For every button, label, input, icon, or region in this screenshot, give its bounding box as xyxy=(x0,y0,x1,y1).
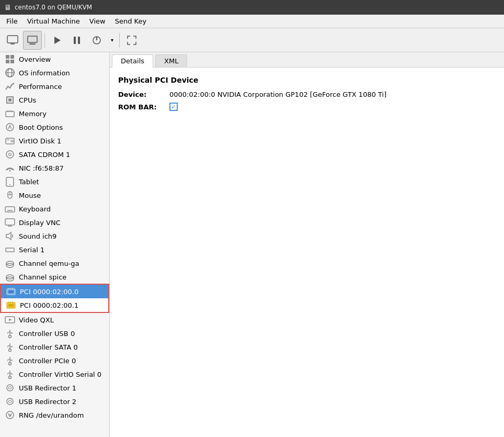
sidebar-item-sata-cdrom-1[interactable]: SATA CDROM 1 xyxy=(0,148,109,161)
sidebar-item-controller-pcie-label: Controller PCIe 0 xyxy=(19,357,76,365)
mouse-icon xyxy=(4,189,16,201)
sidebar-item-cpus-label: CPUs xyxy=(19,96,36,104)
pci-1-icon xyxy=(5,299,17,311)
sidebar-item-sound-ich9[interactable]: Sound ich9 xyxy=(0,229,109,243)
cpu-icon xyxy=(4,94,16,106)
display-button[interactable] xyxy=(23,31,42,50)
svg-marker-46 xyxy=(6,232,11,240)
svg-rect-7 xyxy=(78,37,80,44)
power-button[interactable] xyxy=(87,31,106,50)
sidebar-item-usb-2-label: USB Redirector 2 xyxy=(19,398,76,406)
sidebar-item-boot-options[interactable]: Boot Options xyxy=(0,120,109,134)
sidebar-item-controller-virtio-serial-0[interactable]: Controller VirtIO Serial 0 xyxy=(0,367,109,381)
sidebar-item-memory[interactable]: Memory xyxy=(0,107,109,120)
svg-point-32 xyxy=(9,184,10,185)
sidebar-item-cpus[interactable]: CPUs xyxy=(0,93,109,107)
pci-0-icon xyxy=(5,286,17,297)
main-container: Overview OS information Performance CPUs xyxy=(0,52,504,437)
sidebar-item-rng-label: RNG /dev/urandom xyxy=(19,411,84,419)
toolbar-sep-2 xyxy=(119,33,120,48)
sidebar-item-controller-usb-label: Controller USB 0 xyxy=(19,330,75,338)
title-bar: 🖥 centos7.0 on QEMU/KVM xyxy=(0,0,504,15)
power-icon xyxy=(91,35,102,46)
sidebar-item-pci-0000-02-00-1[interactable]: PCI 0000:02:00.1 xyxy=(1,298,108,312)
sidebar-item-mouse[interactable]: Mouse xyxy=(0,188,109,202)
section-title: Physical PCI Device xyxy=(118,76,496,84)
sidebar-item-overview[interactable]: Overview xyxy=(0,52,109,66)
rombar-checkbox[interactable]: ✓ xyxy=(169,103,178,111)
svg-rect-60 xyxy=(8,290,14,293)
menu-virtual-machine[interactable]: Virtual Machine xyxy=(23,16,84,27)
svg-rect-0 xyxy=(7,36,18,43)
sidebar-item-usb-redirector-1[interactable]: USB Redirector 1 xyxy=(0,381,109,395)
svg-rect-6 xyxy=(74,37,76,44)
sidebar-item-nic[interactable]: NIC :f6:58:87 xyxy=(0,161,109,175)
menu-bar: File Virtual Machine View Send Key xyxy=(0,15,504,28)
sidebar-item-boot-label: Boot Options xyxy=(19,124,63,131)
svg-rect-3 xyxy=(28,36,37,42)
sidebar-item-controller-pcie-0[interactable]: Controller PCIe 0 xyxy=(0,354,109,367)
sidebar-item-tablet[interactable]: Tablet xyxy=(0,175,109,188)
nic-icon xyxy=(4,162,16,174)
sidebar-item-video-qxl[interactable]: Video QXL xyxy=(0,313,109,327)
serial-icon xyxy=(4,244,16,255)
monitor-button[interactable] xyxy=(3,31,22,50)
svg-point-96 xyxy=(7,398,13,405)
sidebar-item-rng[interactable]: RNG /dev/urandom xyxy=(0,408,109,422)
menu-send-key[interactable]: Send Key xyxy=(111,16,151,27)
svg-point-82 xyxy=(9,349,12,352)
usb-redirector-1-icon xyxy=(4,382,16,394)
svg-rect-11 xyxy=(10,55,14,59)
sidebar-item-pci-0000-02-00-0[interactable]: PCI 0000:02:00.0 xyxy=(1,285,108,298)
channel-qemu-icon xyxy=(4,257,16,269)
sidebar-item-serial-1[interactable]: Serial 1 xyxy=(0,243,109,256)
svg-rect-47 xyxy=(6,248,14,252)
title-label: centos7.0 on QEMU/KVM xyxy=(15,4,92,11)
sidebar-item-performance[interactable]: Performance xyxy=(0,80,109,93)
sidebar-item-usb-redirector-2[interactable]: USB Redirector 2 xyxy=(0,395,109,408)
channel-spice-icon xyxy=(4,271,16,283)
sidebar-item-pci-0-label: PCI 0000:02:00.0 xyxy=(20,288,78,296)
sidebar-item-controller-sata-0[interactable]: Controller SATA 0 xyxy=(0,340,109,354)
fullscreen-button[interactable] xyxy=(122,31,141,50)
sidebar-item-os-label: OS information xyxy=(19,69,70,77)
video-qxl-icon xyxy=(4,314,16,326)
sidebar-item-mouse-label: Mouse xyxy=(19,192,41,199)
sidebar-item-channel-qemu-ga[interactable]: Channel qemu-ga xyxy=(0,256,109,270)
memory-icon xyxy=(4,108,16,119)
tab-xml[interactable]: XML xyxy=(155,54,187,67)
os-icon xyxy=(4,67,16,79)
svg-rect-13 xyxy=(10,60,14,63)
svg-point-76 xyxy=(9,335,12,338)
sidebar-item-os-information[interactable]: OS information xyxy=(0,66,109,80)
rombar-label: ROM BAR: xyxy=(118,103,165,111)
svg-point-88 xyxy=(9,363,12,365)
svg-rect-19 xyxy=(6,111,14,117)
sound-icon xyxy=(4,230,16,242)
svg-rect-36 xyxy=(5,207,15,212)
sidebar-item-display-vnc[interactable]: Display VNC xyxy=(0,216,109,229)
svg-point-95 xyxy=(7,385,13,391)
usb-redirector-2-icon xyxy=(4,396,16,407)
content-body: Physical PCI Device Device: 0000:02:00:0… xyxy=(110,68,504,437)
svg-rect-10 xyxy=(6,55,9,59)
toolbar-sep-1 xyxy=(44,33,45,48)
menu-file[interactable]: File xyxy=(2,16,22,27)
svg-point-94 xyxy=(9,376,12,379)
virtio-disk-icon xyxy=(4,135,16,147)
overview-icon xyxy=(4,53,16,65)
sidebar-item-vnc-label: Display VNC xyxy=(19,219,61,227)
power-dropdown-button[interactable]: ▾ xyxy=(107,31,117,50)
display-icon xyxy=(27,35,38,46)
sidebar-item-controller-usb-0[interactable]: Controller USB 0 xyxy=(0,327,109,340)
sidebar-item-channel-spice[interactable]: Channel spice xyxy=(0,270,109,284)
sidebar-item-keyboard[interactable]: Keyboard xyxy=(0,202,109,216)
performance-icon xyxy=(4,81,16,92)
run-button[interactable] xyxy=(48,31,66,50)
toolbar: ▾ xyxy=(0,28,504,52)
app-icon: 🖥 xyxy=(4,3,12,12)
pause-button[interactable] xyxy=(67,31,86,50)
sidebar-item-virtio-disk-1[interactable]: VirtIO Disk 1 xyxy=(0,134,109,148)
tab-details[interactable]: Details xyxy=(112,54,153,68)
menu-view[interactable]: View xyxy=(85,16,110,27)
